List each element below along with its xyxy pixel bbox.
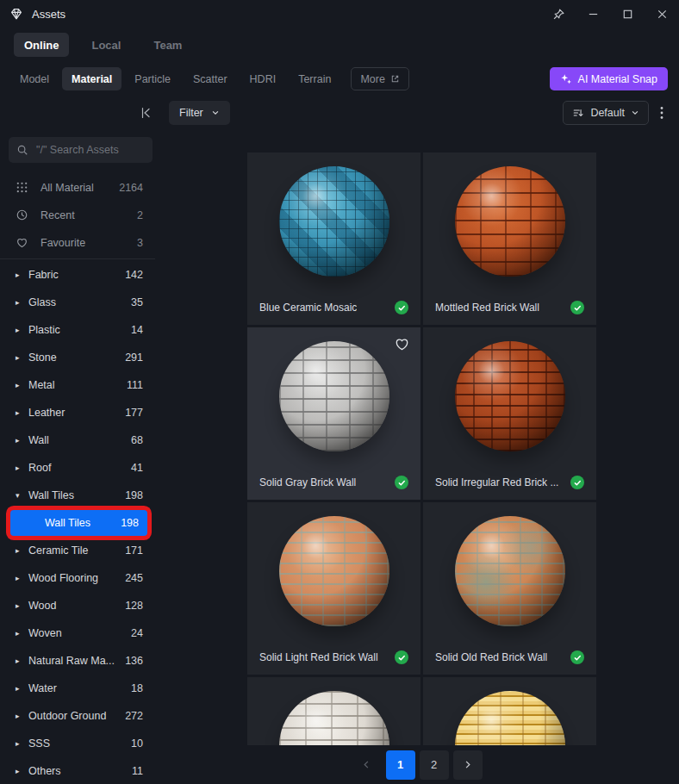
heart-icon (16, 236, 29, 250)
sidebar-item-wall-tiles[interactable]: ▾ Wall Tiles 198 (0, 482, 155, 509)
assets-window: { "titlebar": { "title": "Assets" }, "pr… (0, 0, 679, 784)
sort-icon (572, 107, 584, 119)
material-card[interactable]: Solid Gray Brick Wall (247, 327, 420, 500)
material-card[interactable]: Solid Light Red Brick Wall (247, 502, 420, 675)
material-name: Solid Irregular Red Brick ... (435, 476, 558, 488)
material-card[interactable]: Solid Irregular Red Brick ... (423, 327, 596, 500)
tab-terrain[interactable]: Terrain (289, 67, 340, 90)
sidebar-category-list: ▸ Fabric 142 ▸ Glass 35 ▸ Plastic 14 ▸ S… (0, 261, 155, 784)
collapse-sidebar-icon[interactable] (139, 104, 156, 121)
search-box[interactable] (9, 137, 153, 163)
caret-icon: ▸ (16, 546, 27, 555)
caret-icon: ▸ (16, 574, 27, 582)
tab-local[interactable]: Local (81, 33, 131, 57)
titlebar: Assets (0, 0, 679, 28)
grid-icon (16, 181, 29, 195)
sidebar-item-wood-flooring[interactable]: ▸ Wood Flooring 245 (0, 564, 155, 592)
close-icon[interactable] (645, 0, 679, 28)
tab-online[interactable]: Online (14, 33, 69, 57)
primary-tabs: OnlineLocalTeam (14, 33, 192, 57)
sidebar-item-metal[interactable]: ▸ Metal 111 (0, 371, 155, 399)
material-sphere-preview (279, 691, 389, 745)
sidebar-item-outdoor-ground[interactable]: ▸ Outdoor Ground 272 (0, 702, 155, 730)
search-input[interactable] (34, 143, 145, 157)
prev-page-icon[interactable] (352, 750, 382, 780)
tab-material[interactable]: Material (62, 67, 121, 90)
material-sphere-preview (455, 691, 565, 745)
clock-icon (16, 208, 29, 222)
caret-icon: ▸ (16, 684, 27, 693)
sidebar-item-water[interactable]: ▸ Water 18 (0, 675, 155, 702)
downloaded-check-badge (395, 476, 408, 489)
material-sphere-preview (455, 341, 565, 451)
sidebar-item-stone[interactable]: ▸ Stone 291 (0, 344, 155, 371)
sidebar-item-ceramic-tile[interactable]: ▸ Ceramic Tile 171 (0, 537, 155, 564)
sidebar-item-plastic[interactable]: ▸ Plastic 14 (0, 316, 155, 344)
more-button[interactable]: More (351, 67, 408, 90)
sort-button[interactable]: Default (563, 101, 649, 125)
sidebar-item-woven[interactable]: ▸ Woven 24 (0, 619, 155, 647)
material-sphere-preview (279, 166, 389, 277)
pagination: 12 (155, 745, 679, 784)
material-card[interactable] (423, 677, 596, 745)
sidebar-quick-list: All Material 2164 Recent 2 Favourite 3 (0, 174, 155, 257)
sidebar-divider (0, 258, 155, 259)
more-options-kebab-icon[interactable] (651, 103, 672, 123)
sidebar-item-favourite[interactable]: Favourite 3 (0, 229, 155, 257)
material-name: Solid Gray Brick Wall (259, 476, 356, 488)
caret-icon: ▸ (16, 326, 27, 334)
caret-icon: ▾ (16, 491, 27, 500)
caret-icon: ▸ (16, 767, 27, 775)
tab-scatter[interactable]: Scatter (184, 67, 237, 90)
caret-icon: ▸ (16, 408, 27, 417)
sidebar-item-fabric[interactable]: ▸ Fabric 142 (0, 261, 155, 289)
material-sphere-preview (279, 341, 389, 451)
chevron-down-icon (631, 109, 639, 117)
filter-button[interactable]: Filter (169, 101, 230, 125)
next-page-icon[interactable] (453, 750, 483, 780)
material-sphere-preview (455, 166, 565, 277)
window-title: Assets (32, 8, 65, 21)
sidebar-item-all-material[interactable]: All Material 2164 (0, 174, 155, 202)
search-icon (16, 144, 28, 156)
sidebar-item-sss[interactable]: ▸ SSS 10 (0, 730, 155, 757)
ai-material-snap-button[interactable]: AI Material Snap (550, 67, 668, 90)
material-card[interactable]: Blue Ceramic Mosaic (247, 152, 420, 325)
sidebar-item-others[interactable]: ▸ Others 11 (0, 757, 155, 784)
sidebar: All Material 2164 Recent 2 Favourite 3 ▸… (0, 129, 155, 784)
material-grid: Blue Ceramic Mosaic Mottled Red Brick Wa… (247, 152, 596, 745)
material-name: Solid Old Red Brick Wall (435, 651, 547, 663)
downloaded-check-badge (570, 650, 584, 664)
tab-hdri[interactable]: HDRI (240, 67, 286, 90)
page-1[interactable]: 1 (386, 750, 415, 780)
material-sphere-preview (455, 516, 565, 626)
sidebar-item-leather[interactable]: ▸ Leather 177 (0, 399, 155, 426)
tab-particle[interactable]: Particle (125, 67, 180, 90)
sidebar-item-wood[interactable]: ▸ Wood 128 (0, 592, 155, 619)
caret-icon: ▸ (16, 353, 27, 362)
downloaded-check-badge (395, 650, 408, 664)
minimize-icon[interactable] (576, 0, 610, 28)
material-card[interactable] (247, 677, 420, 745)
window-controls (541, 0, 679, 28)
caret-icon: ▸ (16, 464, 27, 472)
caret-icon: ▸ (16, 629, 27, 638)
external-link-icon (390, 74, 400, 84)
sidebar-item-recent[interactable]: Recent 2 (0, 202, 155, 229)
material-card[interactable]: Mottled Red Brick Wall (423, 152, 596, 325)
sidebar-item-wall-tiles-selected[interactable]: Wall Tiles 198 (10, 510, 147, 536)
caret-icon: ▸ (16, 271, 27, 279)
pin-icon[interactable] (541, 0, 576, 28)
favorite-heart-icon[interactable] (394, 335, 411, 352)
material-card[interactable]: Solid Old Red Brick Wall (423, 502, 596, 675)
sidebar-item-wall[interactable]: ▸ Wall 68 (0, 426, 155, 454)
tab-team[interactable]: Team (143, 33, 192, 57)
sidebar-item-natural-raw-ma[interactable]: ▸ Natural Raw Ma... 136 (0, 647, 155, 675)
tab-model[interactable]: Model (10, 67, 59, 90)
page-2[interactable]: 2 (420, 750, 449, 780)
caret-icon: ▸ (16, 436, 27, 445)
sidebar-item-roof[interactable]: ▸ Roof 41 (0, 454, 155, 482)
maximize-icon[interactable] (610, 0, 645, 28)
material-sphere-preview (279, 516, 389, 626)
sidebar-item-glass[interactable]: ▸ Glass 35 (0, 289, 155, 316)
